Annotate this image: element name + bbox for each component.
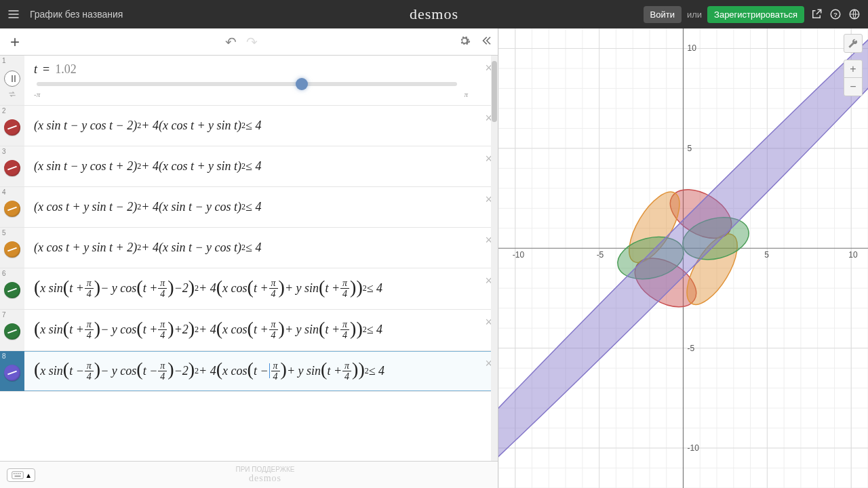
zoom-out-button[interactable]: − [844,78,862,96]
slider-min[interactable]: -π [34,90,40,98]
collapse-panel-button[interactable] [480,35,492,49]
row-gutter: 8 [0,351,24,392]
login-button[interactable]: Войти [644,6,682,23]
row-index: 1 [2,57,6,64]
redo-button: ↷ [246,34,258,50]
row-index: 4 [2,188,6,196]
hamburger-icon [7,7,20,21]
list-scrollbar[interactable] [491,56,498,461]
zoom-in-button[interactable]: + [844,60,862,78]
svg-text:-10: -10 [513,250,525,260]
color-swatch[interactable] [4,201,20,217]
svg-rect-3 [12,471,24,479]
graph-canvas[interactable]: -10-5510-10-5510 [498,28,868,488]
zoom-controls: + − [844,60,863,96]
signup-button[interactable]: Зарегистрироваться [707,6,804,23]
graph-title[interactable]: График без названия [30,9,123,20]
row-index: 8 [2,352,6,360]
color-swatch[interactable] [4,365,20,381]
language-icon[interactable] [848,7,861,21]
expression-content[interactable]: (x sin(t − π4) − y cos(t − π4) −2)2 + 4(… [24,351,498,392]
add-expression-button[interactable]: + [5,33,24,52]
expression-row[interactable]: 4 (x cos t + y sin t − 2)2 + 4(x sin t −… [0,187,498,228]
scrollbar-thumb[interactable] [492,61,497,122]
expression-row[interactable]: 3 (x sin t − y cos t + 2)2 + 4(x cos t +… [0,146,498,187]
row-gutter: 7 [0,310,24,350]
svg-text:-5: -5 [688,344,695,353]
expression-content[interactable]: (x cos t + y sin t + 2)2 + 4(x sin t − y… [24,228,498,268]
keyboard-toggle[interactable]: ▴ [7,468,35,482]
slider-row[interactable]: 1 t = 1.02 -π π [0,56,498,106]
expression-panel: + ↶ ↷ 1 t = [0,28,498,488]
row-gutter: 1 [0,56,24,105]
expression-list: 1 t = 1.02 -π π [0,56,498,461]
slider-thumb[interactable] [296,78,308,90]
slider-expression[interactable]: t = 1.02 -π π [24,56,498,105]
share-icon[interactable] [810,7,823,21]
svg-text:?: ? [833,11,837,18]
expression-row[interactable]: 6 (x sin(t + π4) − y cos(t + π4) −2)2 + … [0,268,498,310]
app-header: График без названия desmos Войти или Зар… [0,0,868,28]
color-swatch[interactable] [4,119,20,136]
row-gutter: 2 [0,106,24,146]
brand-logo: desmos [410,5,458,23]
loop-icon[interactable] [7,89,17,99]
svg-rect-4 [14,473,15,474]
graph-area[interactable]: + − -10-5510-10-5510 [498,28,868,488]
svg-text:10: 10 [848,250,858,260]
expression-row[interactable]: 7 (x sin(t + π4) − y cos(t + π4) +2)2 + … [0,310,498,351]
panel-toolbar: + ↶ ↷ [0,28,498,56]
slider-var: t [34,62,37,77]
or-text: или [687,9,702,20]
row-gutter: 6 [0,268,24,309]
expression-content[interactable]: (x sin t − y cos t − 2)2 + 4(x cos t + y… [24,106,498,146]
svg-text:10: 10 [688,43,697,53]
slider-track[interactable] [37,82,457,86]
slider-value: 1.02 [55,62,77,77]
menu-button[interactable] [0,0,27,28]
slider-eq: = [43,62,50,77]
svg-text:5: 5 [764,250,769,260]
svg-rect-5 [16,473,17,474]
settings-icon[interactable] [458,35,471,49]
color-swatch[interactable] [4,241,20,258]
expression-row-selected[interactable]: 8 (x sin(t − π4) − y cos(t − π4) −2)2 + … [0,351,498,392]
expression-content[interactable]: (x sin t − y cos t + 2)2 + 4(x cos t + y… [24,146,498,186]
text-cursor [269,363,270,378]
undo-button[interactable]: ↶ [225,34,237,50]
row-index: 5 [2,229,6,237]
powered-by: ПРИ ПОДДЕРЖКЕ desmos [235,466,294,483]
color-swatch[interactable] [4,282,20,298]
undo-redo: ↶ ↷ [225,34,258,50]
graph-settings-button[interactable] [844,34,863,53]
expression-content[interactable]: (x sin(t + π4) − y cos(t + π4) −2)2 + 4(… [24,268,498,309]
row-gutter: 4 [0,187,24,227]
row-gutter: 5 [0,228,24,268]
svg-rect-8 [15,475,21,476]
row-index: 6 [2,270,6,277]
help-icon[interactable]: ? [829,7,842,21]
row-index: 7 [2,311,6,319]
expression-row[interactable]: 2 (x sin t − y cos t − 2)2 + 4(x cos t +… [0,106,498,146]
main-split: + ↶ ↷ 1 t = [0,28,868,488]
expression-content[interactable]: (x sin(t + π4) − y cos(t + π4) +2)2 + 4(… [24,310,498,350]
expression-row[interactable]: 5 (x cos t + y sin t + 2)2 + 4(x sin t −… [0,228,498,268]
svg-text:-10: -10 [688,443,700,453]
svg-rect-7 [20,473,21,474]
svg-rect-6 [18,473,19,474]
header-actions: Войти или Зарегистрироваться ? [644,6,868,23]
row-index: 2 [2,107,6,115]
color-swatch[interactable] [4,323,20,340]
color-swatch[interactable] [4,160,20,176]
keyboard-icon [12,471,24,479]
play-pause-button[interactable] [4,70,20,87]
row-gutter: 3 [0,146,24,186]
slider-bounds: -π π [34,90,468,98]
panel-footer: ▴ ПРИ ПОДДЕРЖКЕ desmos [0,461,498,488]
svg-text:5: 5 [688,144,692,153]
svg-text:-5: -5 [597,250,604,260]
row-index: 3 [2,148,6,155]
slider-max[interactable]: π [464,90,468,98]
chevron-up-icon: ▴ [26,470,31,480]
expression-content[interactable]: (x cos t + y sin t − 2)2 + 4(x sin t − y… [24,187,498,227]
